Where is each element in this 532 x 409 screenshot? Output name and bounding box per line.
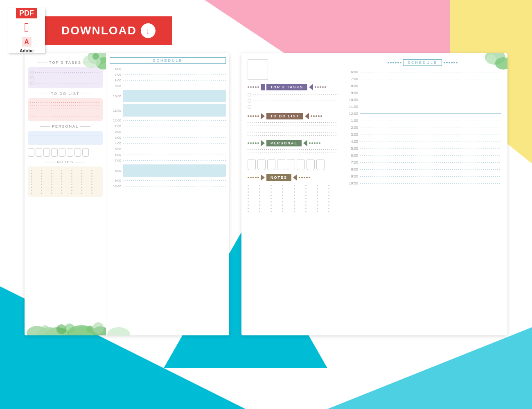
r-habit-box-4 [277, 160, 285, 170]
habit-box-2 [36, 148, 42, 157]
time-500: 5:00 [110, 147, 226, 151]
time-200: 2:00 [110, 130, 226, 134]
r-time-line-600b [360, 155, 501, 156]
r-time-1100: 11:00 [344, 105, 501, 109]
time-line-200 [123, 132, 226, 132]
svg-point-18 [107, 327, 130, 335]
personal-header-dots-left [248, 142, 259, 144]
r-time-800: 8:00 [344, 84, 501, 88]
notes-dots-grid [30, 169, 100, 195]
time-line-400 [123, 143, 226, 144]
download-banner: PDF  A Adobe DOWNLOAD ↓ [8, 8, 172, 53]
task-item-3 [30, 81, 100, 85]
todo-arrow-left [305, 113, 309, 119]
r-task-circle-1 [248, 93, 251, 97]
r-time-line-1200 [360, 113, 501, 114]
r-time-label-300: 3:00 [344, 133, 358, 137]
r-time-line-400 [360, 142, 501, 142]
download-label: DOWNLOAD [61, 24, 137, 37]
time-label-1000b: 10:00 [110, 184, 121, 188]
habit-box-4 [51, 148, 58, 157]
time-1000: 10:00 [110, 90, 226, 102]
habit-box-7 [74, 148, 81, 157]
time-line-1200 [123, 120, 226, 121]
r-time-100: 1:00 [344, 119, 501, 123]
r-time-label-500: 5:00 [344, 146, 358, 151]
time-label-700: 7:00 [110, 73, 121, 76]
time-line-1100 [123, 104, 226, 117]
time-line-900b [123, 180, 226, 181]
left-habit-trackers [28, 148, 103, 157]
download-button[interactable]: DOWNLOAD ↓ [45, 16, 172, 45]
right-personal-title: PERSONAL [266, 140, 302, 146]
r-time-line-1100 [360, 107, 501, 107]
left-todo-section [28, 98, 103, 121]
time-1100: 11:00 [110, 104, 226, 117]
r-time-1000: 10:00 [344, 98, 501, 102]
r-time-1000b: 10:00 [344, 181, 501, 185]
r-time-line-800b [360, 169, 501, 170]
r-todo-line-1 [248, 122, 338, 123]
left-schedule-title: SCHEDULE [110, 57, 226, 64]
schedule-dots-left [388, 62, 401, 63]
time-line-500 [123, 149, 226, 149]
r-time-label-900b: 9:00 [344, 174, 358, 178]
date-box [248, 59, 268, 80]
habit-box-6 [67, 148, 73, 157]
r-habit-box-6 [297, 160, 305, 170]
r-task-circle-2 [248, 99, 251, 103]
r-todo-line-3 [248, 129, 338, 129]
r-time-label-100: 1:00 [344, 119, 358, 123]
task-item-2 [30, 76, 100, 79]
tasks-arrow-right [261, 84, 265, 90]
r-task-3 [248, 105, 338, 109]
r-time-400: 4:00 [344, 139, 501, 144]
left-planner-col1: TOP 3 TASKS TO DO LIST [25, 53, 106, 335]
time-label-800b: 8:00 [110, 169, 121, 173]
time-line-700 [123, 74, 226, 75]
bg-teal2-shape [327, 327, 532, 409]
r-time-line-300 [360, 135, 501, 135]
r-time-500: 5:00 [344, 146, 501, 151]
svg-point-5 [92, 53, 99, 60]
task-circle-1 [30, 71, 34, 74]
time-line-700b [123, 160, 226, 161]
r-time-300: 3:00 [344, 133, 501, 137]
r-time-label-1000: 10:00 [344, 98, 358, 102]
left-planner: TOP 3 TASKS TO DO LIST [25, 53, 229, 335]
time-label-500: 5:00 [110, 147, 121, 151]
r-time-900: 9:00 [344, 91, 501, 95]
r-task-line-3 [253, 107, 338, 107]
r-time-line-100 [360, 121, 501, 121]
todo-line-3 [30, 108, 100, 108]
right-notes-title: NOTES [266, 174, 291, 181]
adobe-logo:  [24, 20, 29, 35]
personal-header-dots-right [309, 142, 320, 144]
task-line-2 [35, 78, 100, 78]
time-700b: 7:00 [110, 159, 226, 162]
time-label-100: 1:00 [110, 124, 121, 128]
time-label-1100: 11:00 [110, 109, 121, 112]
pdf-icon: PDF  A Adobe [8, 8, 45, 53]
left-notes-title: NOTES [28, 160, 103, 164]
personal-line-1 [30, 135, 100, 135]
r-time-label-700: 7:00 [344, 77, 358, 81]
task-line-3 [35, 83, 100, 83]
r-time-label-800: 8:00 [344, 84, 358, 88]
todo-header-dots-right [311, 115, 322, 117]
r-task-1 [248, 93, 338, 97]
r-time-label-600: 6:00 [344, 70, 358, 74]
todo-header-dots-left [248, 115, 259, 117]
r-habit-box-3 [267, 160, 275, 170]
r-personal-line-2 [248, 153, 338, 153]
time-line-800 [123, 80, 226, 81]
left-notes-section [28, 166, 103, 197]
pdf-label: PDF [16, 8, 37, 18]
time-1200: 12:00 [110, 119, 226, 122]
r-time-label-400: 4:00 [344, 139, 358, 144]
time-label-900b: 9:00 [110, 179, 121, 182]
tasks-header-dots-right [315, 86, 326, 88]
time-line-800b [123, 164, 226, 177]
personal-line-3 [30, 141, 100, 141]
time-line-900 [123, 86, 226, 86]
